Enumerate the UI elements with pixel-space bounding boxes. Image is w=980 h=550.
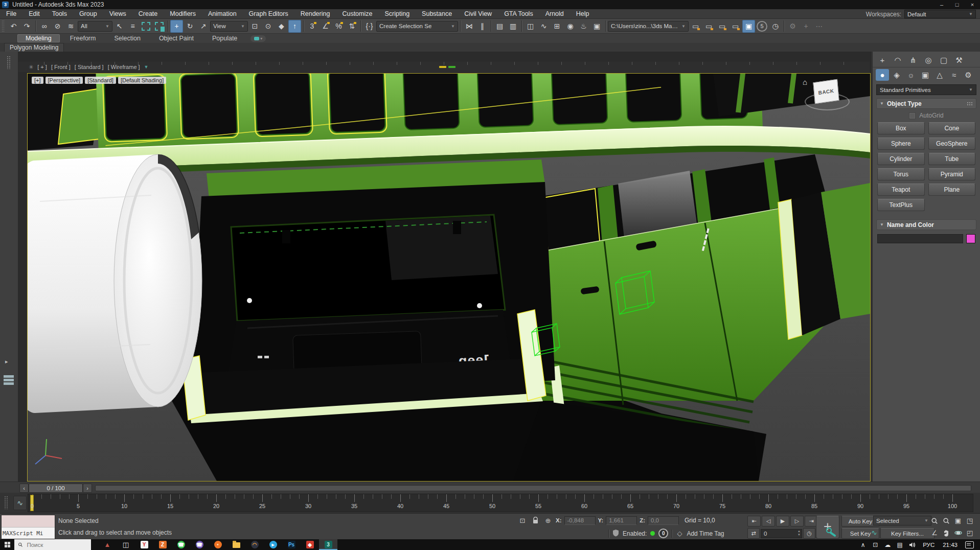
taskbar-app-red-icon[interactable]: ◈ [301,539,319,550]
macro-recorder-pane[interactable] [2,515,55,528]
motion-tab-icon[interactable]: ◎ [922,54,935,66]
curve-editor-icon[interactable]: ∿ [537,20,550,33]
current-frame-field[interactable]: 0 ▲▼ [761,529,802,538]
keyboard-override-icon[interactable]: ↑ [288,20,301,33]
render-production-icon[interactable]: ▣ [742,20,755,33]
front-viewport-label-part[interactable]: [ Standard ] [75,64,104,70]
chevron-down-icon[interactable]: ▼ [144,64,149,70]
ribbon-tab[interactable]: Selection [106,34,148,42]
toolbar-overflow-icon[interactable]: ⋯ [813,20,826,33]
menu-item[interactable]: Rendering [294,9,336,19]
material-editor-icon[interactable]: ◉ [564,20,577,33]
primitive-button[interactable]: Pyramid [928,168,976,180]
primitive-category-dropdown[interactable]: Standard Primitives ▼ [876,84,976,95]
tray-hidden-icons-icon[interactable]: ∧ [857,539,869,550]
menu-item[interactable]: Create [132,9,164,19]
primitive-button[interactable]: Sphere [877,138,925,150]
previous-frame-button[interactable]: ◁ [762,516,775,526]
menu-item[interactable]: Arnold [539,9,570,19]
tray-volume-icon[interactable] [906,539,918,550]
viewport-label-part[interactable]: [Default Shading] [118,77,166,84]
menu-item[interactable]: GTA Tools [498,9,539,19]
tray-snip-icon[interactable]: ⊡ [869,539,881,550]
taskbar-app-yandex-icon[interactable]: Y [135,539,153,550]
viewcube[interactable]: ⌂ BACK [804,78,850,119]
use-pivot-center-icon[interactable]: ⊡ [248,20,261,33]
primitive-button[interactable]: Teapot [877,184,925,196]
viewcube-home-icon[interactable]: ⌂ [803,78,807,86]
named-selection-sets-dropdown[interactable]: Create Selection Se▼ [376,21,458,32]
shapes-category-icon[interactable]: ◈ [890,69,903,81]
viewport-layout-grid-icon[interactable] [4,375,14,385]
reference-coordinate-dropdown[interactable]: View▼ [210,21,248,32]
select-and-scale-icon[interactable]: ↗ [197,20,210,33]
select-and-rotate-icon[interactable]: ↻ [184,20,196,33]
taskbar-app-3dsmax-icon[interactable]: 3 [319,539,337,550]
menu-item[interactable]: Animation [202,9,243,19]
menu-item[interactable]: Modifiers [164,9,202,19]
modify-tab-icon[interactable]: ◠ [891,54,904,66]
maximize-viewport-icon[interactable]: ◰ [965,528,975,538]
menu-item[interactable]: Tools [46,9,73,19]
select-and-move-icon[interactable]: + [170,20,183,33]
time-slider-track[interactable] [95,485,971,491]
render-flyout-3-icon[interactable]: ▭ [716,20,728,33]
keyboard-language[interactable]: РУС [919,542,938,548]
isolate-selection-icon[interactable]: ⊡ [517,516,528,525]
primitive-button[interactable]: Cone [928,122,976,134]
render-time-icon[interactable]: ◷ [769,20,782,33]
rail-arrow-icon[interactable]: ▸ [5,358,8,365]
scene-explorer-icon[interactable]: ▤ [493,20,506,33]
front-viewport-label-part[interactable]: [ Front ] [51,64,71,70]
primitive-button[interactable]: Tube [928,153,976,165]
ribbon-tab[interactable]: Modeling [17,34,60,42]
set-keys-button[interactable]: + [816,516,839,539]
primitive-button[interactable]: TextPlus [877,199,925,211]
ribbon-tab[interactable]: Freeform [62,34,104,42]
lights-category-icon[interactable]: ☼ [904,69,918,81]
menu-item[interactable]: Scripting [378,9,416,19]
taskbar-app-photoshop-icon[interactable]: Ps [282,539,301,550]
mini-curve-editor-icon[interactable]: ∿ [13,496,27,510]
taskbar-search[interactable] [14,539,91,550]
minimize-button[interactable]: – [934,0,949,9]
workspace-dropdown[interactable]: Default ▼ [904,10,976,18]
orbit-icon[interactable] [953,528,963,538]
select-and-place-icon[interactable]: ⊙ [262,20,275,33]
ribbon-tab[interactable]: Object Paint [151,34,202,42]
tray-network-icon[interactable]: ▤ [894,539,906,550]
play-button[interactable]: ▶ [776,516,789,526]
viewport-label-part[interactable]: [+] [32,77,43,84]
taskbar-app-bird-icon[interactable]: ▲ [98,539,117,550]
select-by-name-icon[interactable]: ≡ [126,20,139,33]
toolbar-grip[interactable] [2,20,5,32]
select-and-manipulate-icon[interactable]: ◆ [275,20,288,33]
primitive-button[interactable]: Torus [877,168,925,180]
select-object-icon[interactable]: ↖ [113,20,126,33]
lock-selection-icon[interactable] [530,516,540,525]
viewport-label-part[interactable]: [Standard] [85,77,116,84]
x-coordinate-field[interactable]: -0,848 [564,516,596,525]
add-time-tag[interactable]: Add Time Tag [687,530,724,537]
field-of-view-icon[interactable]: ∠ [929,528,940,538]
layer-explorer-icon[interactable]: ▥ [507,20,519,33]
undo-icon[interactable]: ↶ [7,20,20,33]
menu-item[interactable]: Graph Editors [243,9,294,19]
edit-named-selection-sets-icon[interactable]: {·} [363,20,376,33]
key-steps-icon[interactable]: ∿ [871,529,877,537]
menu-item[interactable]: Help [570,9,596,19]
cameras-category-icon[interactable]: ▣ [919,69,932,81]
display-tab-icon[interactable]: ▢ [937,54,950,66]
menu-item[interactable]: Substance [416,9,458,19]
redo-icon[interactable]: ↷ [20,20,33,33]
menu-item[interactable]: Civil View [458,9,498,19]
unlink-selection-icon[interactable]: ⊘ [51,20,64,33]
spacewarps-category-icon[interactable]: ≈ [947,69,961,81]
create-tab-icon[interactable]: + [876,54,889,66]
go-to-start-button[interactable]: ⇤ [747,516,761,526]
render-flyout-1-icon[interactable]: ▭ [689,20,702,33]
hierarchy-tab-icon[interactable]: ⋔ [906,54,920,66]
tab-polygon-modeling[interactable]: Polygon Modeling [4,43,64,52]
extras-plus-icon[interactable]: + [800,20,812,33]
perspective-viewport[interactable]: Jeep [27,73,871,482]
